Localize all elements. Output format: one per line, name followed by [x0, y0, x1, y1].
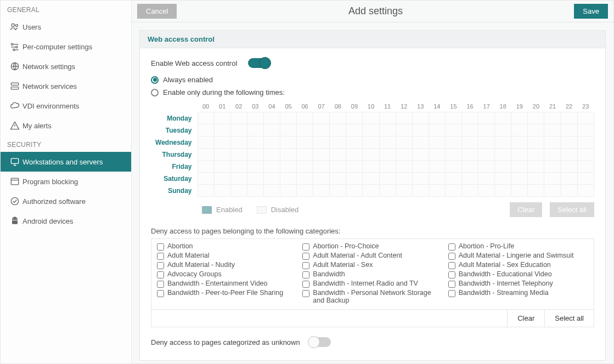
schedule-cell[interactable]	[544, 112, 561, 124]
checkbox-input[interactable]	[448, 281, 455, 288]
schedule-cell[interactable]	[280, 112, 296, 124]
schedule-cell[interactable]	[478, 112, 495, 124]
schedule-cell[interactable]	[429, 149, 445, 161]
schedule-cell[interactable]	[280, 124, 296, 136]
sidebar-item-my-alerts[interactable]: My alerts	[1, 116, 131, 135]
schedule-cell[interactable]	[544, 124, 561, 136]
schedule-cell[interactable]	[280, 173, 296, 185]
checkbox-input[interactable]	[302, 281, 309, 288]
schedule-cell[interactable]	[313, 112, 330, 124]
checkbox-input[interactable]	[302, 253, 309, 260]
schedule-cell[interactable]	[313, 173, 330, 185]
schedule-cell[interactable]	[313, 136, 330, 149]
schedule-cell[interactable]	[495, 124, 511, 136]
schedule-cell[interactable]	[429, 161, 445, 173]
schedule-cell[interactable]	[263, 112, 280, 124]
schedule-cell[interactable]	[561, 149, 577, 161]
schedule-cell[interactable]	[445, 136, 461, 149]
schedule-cell[interactable]	[495, 136, 511, 149]
save-button[interactable]: Save	[574, 4, 608, 19]
schedule-cell[interactable]	[363, 161, 379, 173]
category-checkbox[interactable]: Bandwidth - Entertainment Video	[157, 280, 297, 288]
schedule-cell[interactable]	[429, 136, 445, 149]
schedule-cell[interactable]	[544, 136, 561, 149]
schedule-cell[interactable]	[412, 161, 429, 173]
schedule-cell[interactable]	[495, 185, 511, 197]
schedule-cell[interactable]	[263, 136, 280, 149]
schedule-cell[interactable]	[297, 124, 313, 136]
schedule-cell[interactable]	[330, 136, 346, 149]
schedule-cell[interactable]	[577, 124, 594, 136]
schedule-cell[interactable]	[511, 149, 528, 161]
schedule-cell[interactable]	[528, 161, 544, 173]
schedule-cell[interactable]	[577, 136, 594, 149]
schedule-cell[interactable]	[495, 149, 511, 161]
schedule-cell[interactable]	[280, 149, 296, 161]
schedule-cell[interactable]	[511, 136, 528, 149]
sidebar-item-vdi-environments[interactable]: VDI environments	[1, 96, 131, 116]
category-checkbox[interactable]: Bandwidth - Peer-to-Peer File Sharing	[157, 289, 297, 304]
schedule-cell[interactable]	[214, 124, 230, 136]
schedule-cell[interactable]	[198, 124, 214, 136]
schedule-cell[interactable]	[363, 173, 379, 185]
schedule-cell[interactable]	[247, 112, 263, 124]
schedule-cell[interactable]	[544, 149, 561, 161]
schedule-cell[interactable]	[346, 124, 363, 136]
schedule-cell[interactable]	[330, 161, 346, 173]
schedule-cell[interactable]	[528, 173, 544, 185]
schedule-cell[interactable]	[297, 136, 313, 149]
schedule-cell[interactable]	[346, 173, 363, 185]
schedule-cell[interactable]	[462, 161, 478, 173]
sidebar-item-network-services[interactable]: Network services	[1, 76, 131, 96]
category-checkbox[interactable]: Bandwidth - Educational Video	[448, 270, 588, 278]
checkbox-input[interactable]	[448, 262, 455, 269]
enable-web-access-control-toggle[interactable]	[248, 58, 270, 68]
schedule-cell[interactable]	[462, 112, 478, 124]
schedule-cell[interactable]	[198, 112, 214, 124]
category-checkbox[interactable]: Abortion - Pro-Life	[448, 242, 588, 251]
schedule-cell[interactable]	[214, 161, 230, 173]
schedule-cell[interactable]	[561, 136, 577, 149]
category-checkbox[interactable]: Bandwidth - Internet Radio and TV	[302, 280, 442, 288]
schedule-cell[interactable]	[561, 185, 577, 197]
schedule-cell[interactable]	[561, 124, 577, 136]
schedule-cell[interactable]	[544, 185, 561, 197]
schedule-cell[interactable]	[198, 136, 214, 149]
schedule-cell[interactable]	[478, 124, 495, 136]
schedule-cell[interactable]	[330, 185, 346, 197]
schedule-cell[interactable]	[346, 149, 363, 161]
schedule-cell[interactable]	[330, 124, 346, 136]
schedule-cell[interactable]	[230, 173, 247, 185]
schedule-cell[interactable]	[495, 112, 511, 124]
schedule-cell[interactable]	[511, 124, 528, 136]
radio-always-enabled[interactable]: Always enabled	[151, 76, 594, 84]
schedule-cell[interactable]	[297, 185, 313, 197]
checkbox-input[interactable]	[302, 262, 309, 269]
category-checkbox[interactable]: Abortion - Pro-Choice	[302, 242, 442, 251]
schedule-cell[interactable]	[214, 112, 230, 124]
schedule-cell[interactable]	[577, 185, 594, 197]
category-checkbox[interactable]: Adult Material	[157, 252, 297, 260]
category-checkbox[interactable]: Abortion	[157, 242, 297, 251]
schedule-cell[interactable]	[396, 173, 412, 185]
category-checkbox[interactable]: Bandwidth - Internet Telephony	[448, 280, 588, 288]
category-checkbox[interactable]: Bandwidth	[302, 270, 442, 278]
schedule-cell[interactable]	[214, 185, 230, 197]
category-checkbox[interactable]: Adult Material - Lingerie and Swimsuit	[448, 252, 588, 260]
sidebar-item-authorized-software[interactable]: Authorized software	[1, 191, 131, 211]
schedule-cell[interactable]	[230, 185, 247, 197]
schedule-cell[interactable]	[214, 173, 230, 185]
schedule-cell[interactable]	[511, 112, 528, 124]
sidebar-item-android-devices[interactable]: Android devices	[1, 211, 131, 231]
schedule-cell[interactable]	[247, 124, 263, 136]
checkbox-input[interactable]	[157, 243, 164, 251]
schedule-cell[interactable]	[198, 161, 214, 173]
schedule-cell[interactable]	[478, 161, 495, 173]
schedule-cell[interactable]	[577, 112, 594, 124]
schedule-cell[interactable]	[462, 185, 478, 197]
schedule-cell[interactable]	[528, 185, 544, 197]
schedule-cell[interactable]	[528, 112, 544, 124]
checkbox-input[interactable]	[302, 243, 309, 251]
schedule-cell[interactable]	[528, 136, 544, 149]
schedule-cell[interactable]	[396, 161, 412, 173]
